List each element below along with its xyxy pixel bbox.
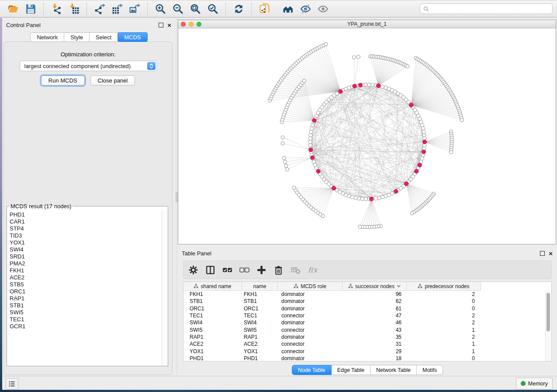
float-table-panel-icon[interactable] bbox=[540, 251, 545, 256]
mcds-result-item[interactable]: STB1 bbox=[7, 302, 162, 309]
mcds-node[interactable] bbox=[422, 150, 426, 154]
mcds-node[interactable] bbox=[405, 182, 408, 186]
leaf-node[interactable] bbox=[302, 79, 306, 83]
mcds-node[interactable] bbox=[332, 186, 336, 190]
network-window-titlebar[interactable]: YPA_prune.txt_1 bbox=[178, 20, 556, 28]
mcds-result-item[interactable]: PMA2 bbox=[7, 260, 162, 267]
unselect-all-columns-button[interactable] bbox=[239, 265, 249, 275]
import-table-button[interactable] bbox=[67, 2, 81, 15]
hide-annotations-button[interactable] bbox=[298, 2, 312, 15]
leaf-node[interactable] bbox=[283, 160, 287, 164]
criterion-dropdown[interactable]: largest connected component (undirected) bbox=[20, 61, 157, 71]
zoom-fit-button[interactable] bbox=[188, 2, 202, 15]
create-column-button[interactable] bbox=[256, 265, 266, 275]
table-row[interactable]: RAP1RAP1dominator352 bbox=[183, 334, 551, 340]
tab-mcds[interactable]: MCDS bbox=[118, 32, 147, 42]
table-row[interactable]: SWI5SWI5connector431 bbox=[183, 326, 551, 333]
export-image-button[interactable] bbox=[128, 2, 142, 15]
table-row[interactable]: STB1STB1dominator620 bbox=[183, 298, 551, 305]
table-scrollbar-thumb[interactable] bbox=[547, 293, 550, 331]
leaf-node[interactable] bbox=[358, 225, 362, 228]
network-node[interactable] bbox=[422, 130, 426, 134]
apply-layout-button[interactable] bbox=[232, 2, 246, 15]
column-header-MCDS-role[interactable]: MCDS role bbox=[278, 282, 343, 291]
show-graphics-details-button[interactable] bbox=[281, 2, 295, 15]
tab-edge-table[interactable]: Edge Table bbox=[332, 365, 370, 375]
memory-button[interactable]: Memory bbox=[516, 378, 553, 389]
save-session-button[interactable] bbox=[24, 2, 38, 15]
mcds-result-item[interactable]: TID3 bbox=[7, 232, 162, 239]
table-row[interactable]: ACE2ACE2connector311 bbox=[183, 340, 551, 347]
leaf-node[interactable] bbox=[406, 65, 409, 68]
mcds-result-item[interactable]: RAP1 bbox=[7, 295, 162, 302]
mcds-node[interactable] bbox=[312, 118, 316, 122]
mcds-node[interactable] bbox=[394, 189, 398, 193]
mcds-result-item[interactable]: CAR1 bbox=[7, 218, 162, 225]
export-network-button[interactable] bbox=[93, 2, 107, 15]
close-panel-button[interactable]: Close panel bbox=[90, 76, 135, 86]
leaf-node[interactable] bbox=[357, 55, 360, 58]
leaf-node[interactable] bbox=[352, 55, 356, 59]
table-row[interactable]: FKH1FKH1dominator962 bbox=[183, 291, 551, 298]
network-node[interactable] bbox=[360, 197, 364, 200]
table-scrollbar[interactable] bbox=[545, 291, 551, 361]
zoom-out-button[interactable] bbox=[171, 2, 185, 15]
network-node[interactable] bbox=[354, 196, 357, 199]
leaf-node[interactable] bbox=[460, 118, 464, 122]
tab-motifs[interactable]: Motifs bbox=[417, 365, 443, 375]
close-table-panel-icon[interactable]: × bbox=[549, 251, 553, 255]
mcds-node[interactable] bbox=[418, 163, 422, 167]
table-row[interactable]: TEC1TEC1connector472 bbox=[183, 312, 551, 319]
tab-select[interactable]: Select bbox=[90, 32, 118, 42]
delete-column-button[interactable] bbox=[273, 265, 284, 275]
mcds-node[interactable] bbox=[309, 148, 313, 152]
mcds-node[interactable] bbox=[339, 89, 343, 93]
search-input[interactable] bbox=[431, 5, 549, 12]
table-row[interactable]: YOX1YOX1connector291 bbox=[183, 347, 551, 354]
import-network-button[interactable] bbox=[49, 2, 63, 15]
leaf-node[interactable] bbox=[450, 151, 453, 154]
network-node[interactable] bbox=[374, 196, 377, 200]
mcds-node[interactable] bbox=[376, 84, 380, 88]
mcds-node[interactable] bbox=[316, 169, 320, 173]
leaf-node[interactable] bbox=[283, 156, 286, 160]
mcds-list-scrollbar[interactable] bbox=[162, 210, 168, 366]
mcds-result-item[interactable]: PHD1 bbox=[7, 211, 162, 218]
table-settings-button[interactable] bbox=[188, 265, 198, 275]
mcds-result-item[interactable]: SRD1 bbox=[7, 253, 162, 260]
network-node[interactable] bbox=[364, 83, 367, 86]
table-row[interactable]: ORC1ORC1dominator610 bbox=[183, 305, 551, 312]
network-node[interactable] bbox=[357, 196, 360, 200]
mcds-result-item[interactable]: ACE2 bbox=[7, 274, 162, 281]
leaf-node[interactable] bbox=[286, 168, 289, 171]
leaf-node[interactable] bbox=[281, 141, 284, 145]
show-panels-button[interactable] bbox=[6, 378, 18, 389]
tab-network[interactable]: Network bbox=[30, 32, 64, 42]
zoom-selected-button[interactable] bbox=[206, 2, 220, 15]
leaf-node[interactable] bbox=[292, 186, 296, 189]
select-all-columns-button[interactable] bbox=[222, 265, 232, 275]
mcds-node[interactable] bbox=[370, 197, 374, 201]
network-node[interactable] bbox=[308, 137, 312, 140]
mcds-result-item[interactable]: GCR1 bbox=[7, 323, 162, 330]
mcds-result-item[interactable]: TEC1 bbox=[7, 316, 162, 323]
run-mcds-button[interactable]: Run MCDS bbox=[41, 76, 85, 86]
mcds-node[interactable] bbox=[310, 156, 314, 160]
zoom-in-button[interactable] bbox=[153, 2, 167, 15]
mcds-node[interactable] bbox=[409, 103, 413, 107]
network-node[interactable] bbox=[381, 195, 384, 199]
leaf-node[interactable] bbox=[324, 42, 328, 46]
leaf-node[interactable] bbox=[410, 212, 414, 215]
float-panel-icon[interactable] bbox=[159, 23, 163, 28]
column-header-shared-name[interactable]: shared name bbox=[183, 282, 242, 291]
network-node[interactable] bbox=[364, 197, 367, 201]
network-node[interactable] bbox=[308, 140, 312, 144]
mcds-result-item[interactable]: STB5 bbox=[7, 281, 162, 288]
close-panel-icon[interactable]: × bbox=[167, 23, 171, 27]
column-header-name[interactable]: name bbox=[242, 282, 278, 291]
network-node[interactable] bbox=[422, 133, 426, 137]
network-node[interactable] bbox=[367, 83, 371, 86]
toggle-split-view-button[interactable] bbox=[205, 265, 215, 275]
mcds-node[interactable] bbox=[422, 140, 426, 144]
leaf-node[interactable] bbox=[284, 164, 288, 168]
